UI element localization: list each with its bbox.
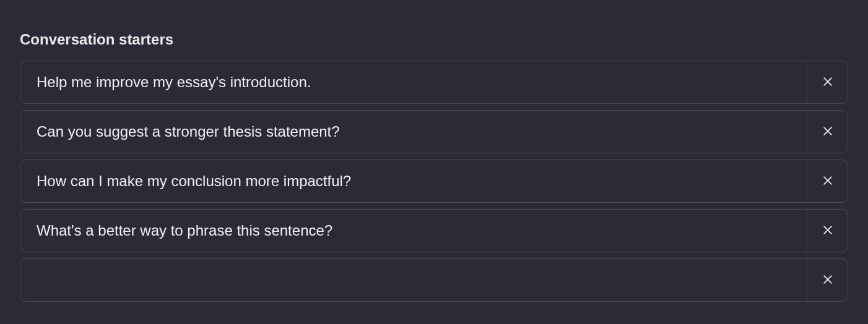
starter-row: [20, 258, 848, 302]
close-icon: [822, 125, 834, 139]
conversation-starters-section: Conversation starters: [0, 0, 868, 322]
starter-list: [20, 61, 848, 302]
starter-row: [20, 160, 848, 203]
starter-row: [20, 209, 848, 252]
starter-row: [20, 110, 848, 153]
starter-row: [20, 61, 848, 104]
starter-input[interactable]: [20, 259, 807, 301]
section-title: Conversation starters: [20, 31, 848, 48]
remove-starter-button[interactable]: [807, 61, 848, 103]
starter-input[interactable]: [20, 61, 807, 103]
close-icon: [822, 174, 834, 189]
close-icon: [822, 273, 834, 288]
close-icon: [822, 75, 834, 90]
remove-starter-button[interactable]: [807, 160, 848, 202]
starter-input[interactable]: [20, 111, 807, 153]
starter-input[interactable]: [20, 160, 807, 202]
close-icon: [822, 224, 834, 238]
starter-input[interactable]: [20, 210, 807, 252]
remove-starter-button[interactable]: [807, 259, 848, 301]
remove-starter-button[interactable]: [807, 210, 848, 252]
remove-starter-button[interactable]: [807, 111, 848, 153]
